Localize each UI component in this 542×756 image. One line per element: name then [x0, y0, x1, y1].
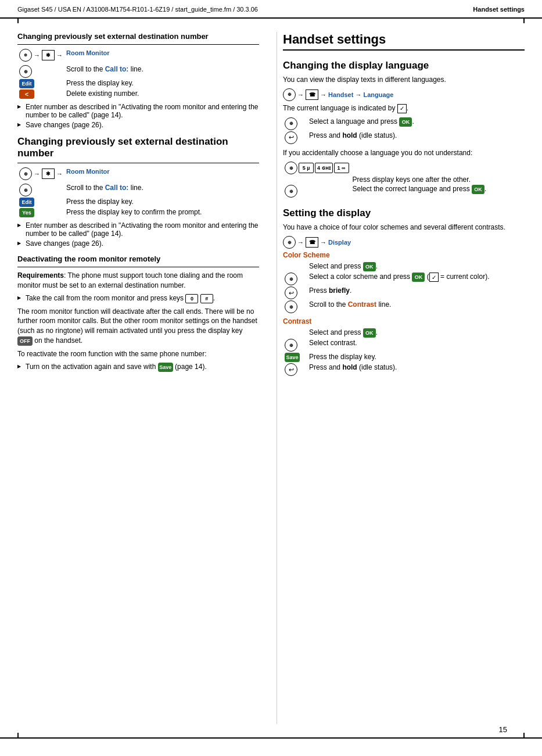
clear-key-1: < — [19, 89, 34, 99]
end-call-icon-3: ↩ — [285, 363, 297, 376]
deactivate-para2: To reactivate the room function with the… — [17, 349, 259, 359]
bullet-list-1: Enter number as described in "Activating… — [17, 103, 259, 129]
tick-bottom-left — [17, 733, 19, 739]
nav-icon-contrast1: ⊕ — [285, 339, 297, 352]
checkmark-icon: ✓ — [397, 104, 407, 113]
table-row: ⊕ → ✱ → Room Monitor — [17, 167, 259, 183]
lang-para2: The current language is indicated by ✓. — [283, 103, 525, 113]
table-row: Edit Press the display key. — [17, 197, 259, 207]
list-item: Save changes (page 26). — [17, 121, 259, 129]
key-0: 0 — [185, 294, 198, 303]
instr-table-contrast: Select and press OK. ⊕ Select contrast. … — [283, 328, 525, 377]
table-row: Select and press OK. — [283, 328, 525, 338]
nav-icon-2a: ⊕ — [19, 184, 32, 196]
tick-top-left — [17, 17, 19, 23]
key-4: 4 ɢʜɪ — [315, 163, 333, 173]
lang-para3: If you accidentally choose a language yo… — [283, 148, 525, 158]
table-row: Yes Press the display key to confirm the… — [17, 207, 259, 218]
menu-icon-disp: ⊕ — [283, 236, 296, 249]
handset-icon: ☎ — [306, 89, 318, 100]
lang-para1: You can view the display texts in differ… — [283, 75, 525, 85]
table-row: ⊕ Select the correct language and press … — [283, 184, 525, 198]
requirements-para: Requirements: The phone must support tou… — [17, 271, 259, 291]
main-title: Handset settings — [283, 32, 525, 51]
yes-key: Yes — [19, 208, 34, 217]
ok-key-3: OK — [363, 262, 376, 271]
menu-icon-1: ⊕ — [19, 49, 32, 62]
section-change-dest-1: Changing previously set external destina… — [17, 32, 259, 129]
save-key-disp: Save — [285, 353, 300, 362]
section-deactivate: Deactivating the room monitor remotely R… — [17, 255, 259, 372]
page-number: 15 — [499, 725, 507, 734]
instr-table-display: Select and press OK. ⊕ Select a color sc… — [283, 261, 525, 314]
table-row: ⊕ → ✱ → Room Monitor — [17, 48, 259, 65]
page-border-bottom — [0, 737, 542, 739]
save-key-inline: Save — [158, 363, 173, 372]
list-item: Save changes (page 26). — [17, 239, 259, 248]
display-para1: You have a choice of four color schemes … — [283, 223, 525, 232]
table-row: ⊕ 5 µ 4 ɢʜɪ 1 ∞ — [283, 161, 525, 175]
tick-bottom-right — [523, 733, 525, 739]
section-change-dest-2: Changing previously set external destina… — [17, 136, 259, 248]
table-row: Save Press the display key. — [283, 352, 525, 363]
menu-icon-lang2: ⊕ — [285, 162, 297, 174]
list-item: Enter number as described in "Activating… — [17, 103, 259, 119]
table-row: ↩ Press and hold (idle status). — [283, 131, 525, 145]
header-bar: Gigaset S45 / USA EN / A31008-M1754-R101… — [17, 6, 525, 13]
asterisk-icon-1: ✱ — [42, 50, 55, 60]
table-row: Edit Press the display key. — [17, 78, 259, 89]
bullet-list-4: Turn on the activation again and save wi… — [17, 363, 259, 372]
table-row: ↩ Press and hold (idle status). — [283, 363, 525, 377]
bullet-list-3: Take the call from the room monitor and … — [17, 294, 259, 303]
table-row: < Delete existing number. — [17, 89, 259, 99]
key-5: 5 µ — [299, 163, 314, 173]
nav-icon-1a: ⊕ — [19, 65, 32, 78]
section-title-change-dest-2: Changing previously set external destina… — [17, 136, 259, 159]
color-scheme-label: Color Scheme — [283, 251, 525, 259]
section-display-language: Changing the display language You can vi… — [283, 60, 525, 198]
asterisk-icon-2: ✱ — [42, 169, 55, 179]
instr-table-lang: ⊕ Select a language and press OK. ↩ Pres… — [283, 117, 525, 145]
header-right: Handset settings — [473, 6, 525, 13]
table-row: Select and press OK. — [283, 261, 525, 272]
ok-key-4: OK — [412, 273, 425, 282]
table-row: ⊕ Scroll to the Call to: line. — [17, 65, 259, 78]
instr-table-2: ⊕ → ✱ → Room Monitor ⊕ Scroll to the Cal… — [17, 167, 259, 218]
edit-key-2: Edit — [19, 198, 34, 207]
handset-icon-2: ☎ — [306, 237, 318, 248]
bullet-list-2: Enter number as described in "Activating… — [17, 221, 259, 248]
nav-icon-lang1: ⊕ — [285, 117, 297, 130]
page-border-top — [0, 17, 542, 19]
end-call-icon-1: ↩ — [285, 131, 297, 144]
content-wrapper: Changing previously set external destina… — [17, 32, 525, 724]
tick-top-right — [523, 17, 525, 23]
table-row: ⊕ Scroll to the Contrast line. — [283, 300, 525, 314]
key-1: 1 ∞ — [334, 163, 349, 173]
section-title-deactivate: Deactivating the room monitor remotely — [17, 255, 259, 263]
table-row: Press display keys one after the other. — [283, 175, 525, 184]
table-row: ⊕ Select contrast. — [283, 338, 525, 352]
ok-key-1: OK — [399, 117, 412, 127]
nav-icon-disp1: ⊕ — [285, 273, 297, 285]
end-call-icon-2: ↩ — [285, 286, 297, 299]
lang-nav-row: ⊕ → ☎ → Handset → Language — [283, 88, 525, 101]
checkmark-icon-2: ✓ — [429, 273, 439, 282]
instr-table-1: ⊕ → ✱ → Room Monitor ⊕ Scroll to the Cal… — [17, 48, 259, 99]
table-row: ⊕ Select a language and press OK. — [283, 117, 525, 131]
list-item: Turn on the activation again and save wi… — [17, 363, 259, 372]
ok-key-2: OK — [472, 185, 484, 194]
off-key: OFF — [17, 336, 33, 346]
nav-icon-lang3: ⊕ — [285, 185, 297, 198]
menu-icon-lang: ⊕ — [283, 88, 296, 101]
list-item: Enter number as described in "Activating… — [17, 221, 259, 238]
table-row: ⊕ Select a color scheme and press OK (✓ … — [283, 272, 525, 286]
section-title-setting-display: Setting the display — [283, 207, 525, 219]
table-row: ↩ Press briefly. — [283, 286, 525, 300]
ok-key-5: OK — [363, 328, 376, 338]
contrast-label: Contrast — [283, 317, 525, 325]
nav-icon-disp2: ⊕ — [285, 300, 297, 313]
list-item: Take the call from the room monitor and … — [17, 294, 259, 303]
left-column: Changing previously set external destina… — [17, 32, 265, 724]
right-column: Handset settings Changing the display la… — [277, 32, 525, 724]
table-row: ⊕ Scroll to the Call to: line. — [17, 183, 259, 197]
